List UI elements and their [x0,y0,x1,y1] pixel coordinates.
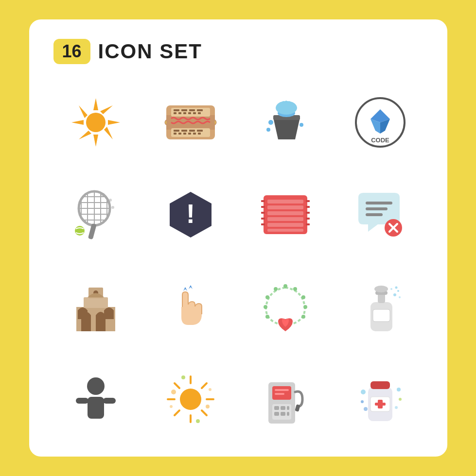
svg-rect-22 [198,112,201,114]
svg-rect-28 [178,133,181,135]
sun2-icon [152,360,229,438]
svg-rect-13 [174,109,179,111]
svg-rect-143 [375,403,386,406]
svg-line-118 [202,410,207,415]
header: 16 ICON SET [53,39,423,64]
svg-rect-23 [174,130,179,132]
svg-point-89 [283,284,287,288]
svg-rect-18 [178,112,181,114]
svg-rect-109 [88,397,104,419]
svg-text:CODE: CODE [371,136,389,144]
svg-rect-74 [306,200,310,202]
svg-rect-17 [174,112,176,114]
svg-point-106 [390,288,392,290]
svg-point-97 [301,315,305,319]
svg-point-0 [86,113,106,132]
svg-rect-137 [287,412,289,416]
svg-line-120 [175,410,179,415]
page-title: ICON SET [98,40,202,63]
svg-rect-111 [103,398,116,404]
svg-marker-4 [108,120,120,125]
svg-point-125 [181,375,185,379]
svg-point-92 [264,305,267,309]
svg-marker-1 [93,98,98,110]
svg-rect-21 [193,112,196,114]
svg-rect-136 [281,412,285,416]
svg-rect-64 [267,205,303,209]
svg-rect-70 [261,206,265,208]
scroll-down-icon [152,268,229,346]
svg-rect-81 [366,213,383,216]
warning-icon: ! [152,176,229,254]
svg-rect-129 [275,389,289,391]
tennis-racket-icon [57,176,135,254]
svg-rect-63 [267,200,303,204]
svg-point-149 [395,406,398,409]
icons-grid: CODE [53,84,423,438]
svg-point-144 [361,390,366,394]
code-badge-icon: CODE [341,84,419,161]
svg-rect-19 [183,112,186,114]
svg-point-90 [274,287,278,291]
svg-point-59 [111,206,114,209]
svg-point-104 [397,290,399,292]
svg-point-58 [109,199,112,202]
svg-rect-30 [188,133,191,135]
svg-point-103 [393,293,396,296]
svg-marker-6 [104,127,113,139]
svg-rect-65 [267,211,303,215]
svg-rect-133 [281,406,285,410]
svg-point-94 [293,287,297,291]
svg-rect-31 [193,133,196,135]
svg-point-148 [364,407,368,411]
svg-rect-32 [198,133,201,135]
svg-rect-80 [366,207,388,210]
svg-point-145 [397,388,401,391]
svg-rect-25 [189,130,195,132]
svg-point-112 [180,389,201,410]
svg-point-147 [399,398,402,401]
svg-rect-135 [274,412,279,416]
svg-rect-20 [188,112,191,114]
svg-rect-26 [197,130,203,132]
main-card: 16 ICON SET [29,19,447,457]
svg-marker-5 [79,105,88,118]
svg-point-121 [171,390,176,394]
svg-marker-7 [100,105,113,114]
cpu-icon [247,176,324,254]
svg-rect-140 [370,381,390,389]
svg-point-108 [87,377,105,395]
svg-point-91 [265,295,269,299]
svg-marker-8 [79,131,91,139]
svg-point-126 [196,419,200,423]
svg-rect-15 [189,109,195,111]
svg-rect-16 [197,109,203,111]
svg-line-117 [175,383,179,388]
svg-rect-132 [274,406,279,410]
svg-point-95 [301,295,305,299]
svg-rect-71 [261,212,265,214]
svg-rect-14 [181,109,187,111]
svg-rect-72 [261,218,265,220]
svg-rect-138 [295,404,300,412]
svg-point-102 [374,286,388,292]
svg-rect-67 [267,223,303,227]
svg-rect-110 [76,398,88,404]
svg-point-122 [206,405,210,408]
svg-marker-2 [93,135,98,147]
svg-point-146 [361,400,364,403]
svg-point-107 [399,296,401,298]
svg-point-123 [170,405,173,408]
svg-point-37 [300,123,303,127]
chat-cancel-icon [341,176,419,254]
svg-point-35 [268,120,273,125]
svg-rect-66 [267,217,303,221]
sun-icon [57,84,135,161]
svg-rect-99 [373,309,390,322]
svg-rect-130 [275,393,284,395]
circuit-board-icon [152,84,229,161]
svg-text:!: ! [186,199,195,229]
svg-rect-68 [267,229,303,232]
svg-point-96 [303,305,307,309]
spray-bottle-icon [341,268,419,346]
